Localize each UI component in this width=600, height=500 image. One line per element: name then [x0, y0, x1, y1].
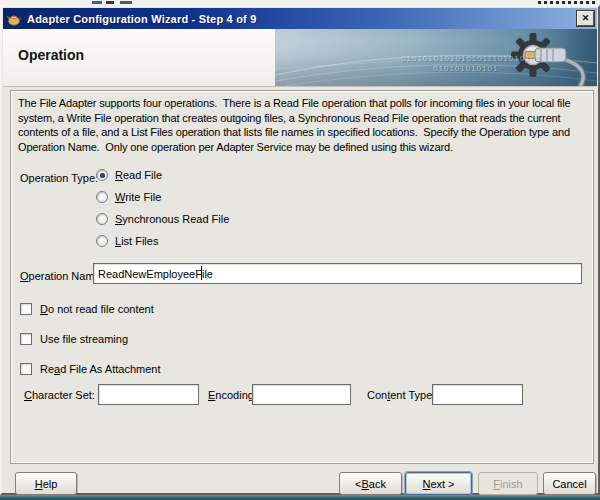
operation-type-label: Operation Type:: [20, 172, 98, 184]
radio-list-files[interactable]: [96, 235, 108, 247]
background-fragment-mark: [106, 1, 114, 4]
wizard-dialog: Adapter Configuration Wizard - Step 4 of…: [0, 5, 600, 495]
checkbox-do-not-read-file-content[interactable]: [20, 303, 32, 315]
check-row-do-not-read[interactable]: Do not read file content: [20, 302, 154, 316]
background-fragment-mark: [120, 1, 132, 4]
back-button[interactable]: < Back: [339, 472, 402, 495]
checkbox-read-file-as-attachment[interactable]: [20, 363, 32, 375]
binary-decoration-line2: 010101010101: [433, 64, 498, 73]
finish-button[interactable]: Finish: [478, 472, 538, 495]
radio-row-synchronous-read-file[interactable]: Synchronous Read File: [96, 211, 229, 227]
radio-row-list-files[interactable]: List Files: [96, 233, 158, 249]
page-title: Operation: [18, 47, 84, 63]
wizard-app-icon: [6, 11, 22, 27]
background-fragment-mark: [92, 1, 102, 4]
radio-synchronous-read-file[interactable]: [96, 213, 108, 225]
character-set-label: Character Set:: [24, 389, 95, 401]
checkbox-label-use-file-streaming[interactable]: Use file streaming: [40, 333, 128, 345]
cancel-button[interactable]: Cancel: [543, 472, 596, 495]
next-button[interactable]: Next >: [405, 472, 472, 495]
operation-name-input[interactable]: [93, 263, 582, 284]
checkbox-label-do-not-read[interactable]: Do not read file content: [40, 303, 154, 315]
background-fragment-mark: [538, 1, 596, 4]
radio-write-file[interactable]: [96, 191, 108, 203]
checkbox-label-read-file-as-attachment[interactable]: Read File As Attachment: [40, 363, 160, 375]
help-button[interactable]: Help: [15, 472, 77, 495]
encoding-input[interactable]: [252, 384, 351, 405]
text-caret: [201, 266, 202, 280]
checkbox-use-file-streaming[interactable]: [20, 333, 32, 345]
banner-artwork: 01010101010101011101010101 010101010101: [275, 29, 597, 86]
close-button[interactable]: ✕: [577, 11, 594, 26]
background-window-bottom-fragment: [0, 495, 600, 500]
radio-read-file[interactable]: [96, 169, 108, 181]
radio-label-read-file[interactable]: Read File: [115, 169, 162, 181]
window-title: Adapter Configuration Wizard - Step 4 of…: [27, 13, 577, 25]
encoding-label: Encoding:: [208, 389, 257, 401]
radio-row-read-file[interactable]: Read File: [96, 167, 162, 183]
radio-label-list-files[interactable]: List Files: [115, 235, 158, 247]
radio-label-synchronous-read-file[interactable]: Synchronous Read File: [115, 213, 229, 225]
character-set-input[interactable]: [98, 384, 199, 405]
operation-name-label: Operation Name:: [20, 270, 104, 282]
radio-row-write-file[interactable]: Write File: [96, 189, 161, 205]
close-icon: ✕: [582, 14, 590, 23]
check-row-use-file-streaming[interactable]: Use file streaming: [20, 332, 128, 346]
wizard-banner: Operation: [3, 29, 597, 87]
description-text: The File Adapter supports four operation…: [18, 96, 590, 154]
binary-decoration-line1: 01010101010101011101010101: [401, 54, 542, 63]
title-bar[interactable]: Adapter Configuration Wizard - Step 4 of…: [3, 8, 597, 29]
check-row-read-file-as-attachment[interactable]: Read File As Attachment: [20, 362, 160, 376]
content-type-input[interactable]: [432, 384, 523, 405]
content-type-label: Content Type:: [367, 389, 435, 401]
radio-label-write-file[interactable]: Write File: [115, 191, 161, 203]
